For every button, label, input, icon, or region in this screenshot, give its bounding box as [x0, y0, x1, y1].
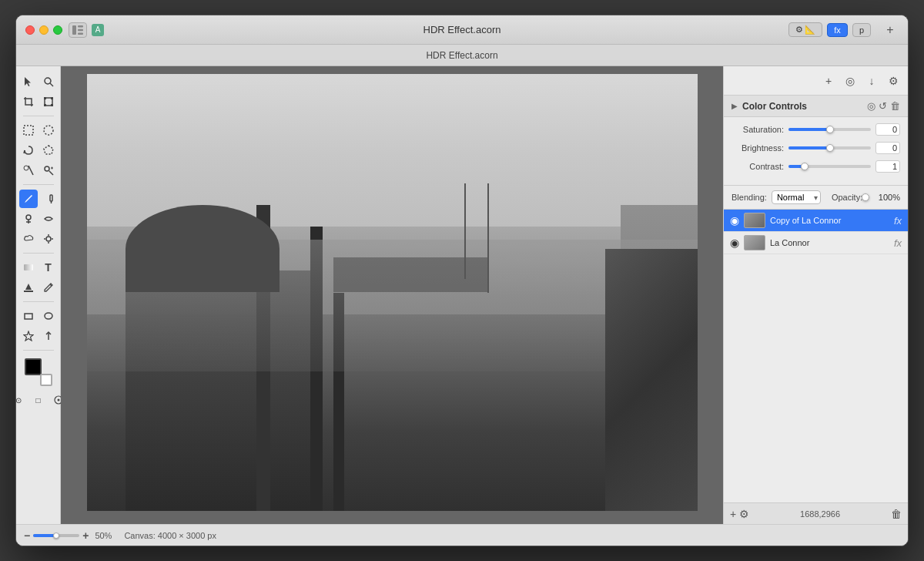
gradient-btn[interactable]: [19, 258, 38, 277]
mast2: [487, 183, 489, 293]
transform-tool-btn[interactable]: [39, 92, 58, 111]
contrast-thumb[interactable]: [801, 163, 808, 170]
layer-visibility-icon-2[interactable]: ◉: [730, 237, 739, 249]
fx-label: fx: [834, 25, 841, 35]
blur-btn[interactable]: [39, 210, 58, 228]
sidebar-toggle[interactable]: [69, 22, 87, 38]
fence: [605, 249, 698, 511]
saturation-row: Saturation: 0: [732, 123, 900, 136]
layer-name-1: Copy of La Connor: [770, 216, 889, 225]
dodge-btn[interactable]: [39, 230, 58, 248]
panel-visibility-btn[interactable]: ◎: [842, 72, 859, 89]
zoom-plus-btn[interactable]: +: [82, 529, 89, 542]
controls-body: Saturation: 0 Brightness: 0: [724, 117, 908, 186]
svg-point-5: [45, 78, 51, 84]
layer-item-la-connor[interactable]: ◉ La Connor fx: [724, 232, 908, 254]
app-icon: A: [92, 24, 104, 36]
cloud-btn[interactable]: [19, 230, 38, 248]
tools-button[interactable]: ⚙ 📐: [788, 22, 822, 37]
shape-ellipse-btn[interactable]: [39, 307, 58, 325]
contrast-value[interactable]: 1: [875, 160, 900, 173]
vector-brush-btn[interactable]: [39, 190, 58, 208]
delete-layer-btn[interactable]: 🗑: [891, 508, 902, 520]
quick-mask-btn[interactable]: ⊙: [16, 391, 28, 409]
text-btn[interactable]: T: [39, 258, 58, 277]
shape-rect-btn[interactable]: [19, 307, 38, 325]
saturation-value[interactable]: 0: [875, 123, 900, 136]
lasso-btn[interactable]: [19, 141, 38, 160]
section-expand-icon[interactable]: ▶: [732, 102, 738, 110]
tool-row-7: [19, 210, 58, 228]
svg-point-20: [46, 237, 51, 241]
quick-select-btn[interactable]: [39, 161, 58, 180]
foreground-color[interactable]: [25, 358, 42, 375]
close-button[interactable]: [25, 25, 35, 35]
star-btn[interactable]: [19, 327, 38, 345]
zoom-tool-btn[interactable]: [39, 72, 58, 91]
layer-fx-1[interactable]: fx: [894, 215, 902, 227]
magic-wand-btn[interactable]: [19, 161, 38, 180]
layer-name-2: La Connor: [770, 238, 889, 247]
section-icons: ◎ ↺ 🗑: [867, 100, 900, 112]
layer-settings-btn[interactable]: ⚙: [739, 508, 749, 520]
reset-icon[interactable]: ↺: [879, 100, 887, 112]
minimize-button[interactable]: [39, 25, 49, 35]
right-panel: + ◎ ↓ ⚙ ▶ Color Controls ◎ ↺ 🗑 Saturatio…: [723, 66, 908, 524]
background-color[interactable]: [40, 374, 52, 386]
fill-btn[interactable]: [19, 278, 38, 297]
zoom-slider[interactable]: [33, 534, 79, 537]
saturation-slider[interactable]: [788, 128, 871, 131]
visibility-icon[interactable]: ◎: [867, 100, 875, 112]
vector-arrow-btn[interactable]: [39, 327, 58, 345]
layer-fx-2[interactable]: fx: [894, 237, 902, 249]
screen-mode-btn[interactable]: □: [29, 391, 48, 409]
canvas-image[interactable]: [87, 74, 698, 511]
tool-row-9: T: [19, 258, 58, 277]
panel-download-btn[interactable]: ↓: [863, 72, 880, 89]
svg-point-19: [26, 215, 31, 220]
brush-tool-btn[interactable]: [19, 190, 38, 208]
crop-tool-btn[interactable]: [19, 92, 38, 111]
rect-select-btn[interactable]: [19, 121, 38, 139]
opacity-thumb[interactable]: [862, 193, 869, 201]
panel-add-btn[interactable]: +: [820, 72, 837, 89]
blending-row: Blending: Normal Multiply Screen Overlay…: [724, 186, 908, 210]
clone-stamp-btn[interactable]: [19, 210, 38, 228]
delete-section-icon[interactable]: 🗑: [890, 100, 900, 112]
layer-item-copy[interactable]: ◉ Copy of La Connor fx: [724, 210, 908, 232]
divider-3: [23, 253, 54, 254]
opacity-value[interactable]: 100%: [872, 193, 900, 202]
brightness-thumb[interactable]: [826, 144, 834, 152]
brightness-value[interactable]: 0: [875, 142, 900, 154]
polygon-select-btn[interactable]: [39, 141, 58, 160]
zoom-minus-btn[interactable]: −: [24, 529, 30, 542]
fx-button[interactable]: fx: [827, 23, 848, 37]
blending-select-wrapper[interactable]: Normal Multiply Screen Overlay Darken Li…: [772, 190, 821, 204]
svg-line-6: [50, 83, 53, 86]
zoom-thumb[interactable]: [53, 532, 59, 539]
panel-topbar: + ◎ ↓ ⚙: [724, 66, 908, 96]
svg-rect-0: [72, 25, 76, 35]
tool-row-3: [19, 121, 58, 139]
panel-settings-btn[interactable]: ⚙: [885, 72, 902, 89]
maximize-button[interactable]: [53, 25, 62, 35]
p-button[interactable]: p: [852, 23, 871, 37]
color-swatches[interactable]: [25, 358, 52, 386]
ellipse-select-btn[interactable]: [39, 121, 58, 139]
coordinates: 1688,2966: [752, 509, 888, 519]
contrast-row: Contrast: 1: [732, 160, 900, 173]
blending-select[interactable]: Normal Multiply Screen Overlay Darken Li…: [772, 190, 821, 204]
divider-5: [23, 350, 54, 351]
svg-rect-9: [51, 97, 53, 99]
contrast-slider[interactable]: [788, 165, 871, 168]
layer-visibility-icon-1[interactable]: ◉: [730, 214, 739, 227]
canvas-area[interactable]: [61, 66, 723, 524]
opacity-slider[interactable]: [867, 196, 868, 199]
brightness-slider[interactable]: [788, 146, 871, 149]
add-layer-btn[interactable]: +: [730, 508, 736, 520]
select-tool-btn[interactable]: [19, 72, 38, 91]
saturation-thumb[interactable]: [826, 126, 834, 133]
pencil-btn[interactable]: [39, 278, 58, 297]
add-panel-button[interactable]: +: [882, 22, 899, 39]
layers-area[interactable]: ◉ Copy of La Connor fx ◉ La Connor fx: [724, 210, 908, 502]
